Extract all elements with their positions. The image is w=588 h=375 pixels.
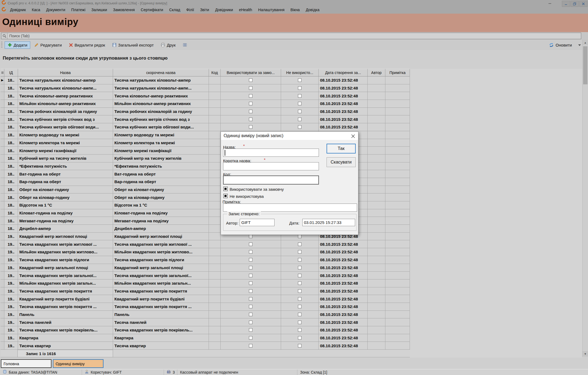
table-row[interactable]: ▶ 18.. Тисяча натуральних кіловольт-ампе… bbox=[1, 76, 410, 84]
search-input[interactable] bbox=[8, 34, 581, 38]
use-default-checkbox[interactable] bbox=[249, 110, 252, 113]
menu-item[interactable]: Склад bbox=[166, 7, 183, 13]
tab-units[interactable]: Одиниці виміру bbox=[53, 359, 103, 368]
scrollbar-thumb[interactable] bbox=[583, 46, 587, 84]
not-used-checkbox[interactable] bbox=[298, 258, 301, 262]
column-settings-button[interactable] bbox=[180, 41, 190, 48]
use-default-checkbox[interactable] bbox=[249, 94, 252, 98]
not-used-checkbox[interactable] bbox=[298, 266, 301, 269]
menu-item[interactable]: Звіти bbox=[197, 7, 212, 13]
not-used-checkbox[interactable] bbox=[298, 250, 301, 254]
not-used-checkbox[interactable] bbox=[298, 78, 301, 82]
menu-item[interactable]: Довідник bbox=[7, 7, 29, 13]
header-note[interactable]: Примітка bbox=[385, 69, 410, 76]
not-used-checkbox[interactable] bbox=[298, 289, 301, 293]
use-default-checkbox[interactable] bbox=[249, 281, 252, 285]
export-button[interactable]: Загальний експорт bbox=[109, 41, 157, 49]
menu-item[interactable]: Філії bbox=[183, 7, 197, 13]
not-used-checkbox[interactable] bbox=[298, 336, 301, 340]
mdi-minimize-button[interactable] bbox=[562, 1, 570, 7]
use-default-checkbox[interactable] bbox=[249, 125, 252, 129]
table-row[interactable]: 19.. Тисяча квадратних метрів житлової .… bbox=[1, 240, 410, 248]
search-box[interactable] bbox=[1, 33, 581, 39]
print-button[interactable]: Друк bbox=[158, 41, 178, 49]
note-input[interactable] bbox=[223, 204, 357, 212]
not-used-checkbox[interactable] bbox=[298, 321, 301, 324]
menu-item[interactable]: Налаштування bbox=[255, 7, 288, 13]
use-default-checkbox[interactable] bbox=[249, 250, 252, 254]
header-name[interactable]: Назва bbox=[18, 69, 113, 76]
use-default-checkbox[interactable] bbox=[249, 86, 252, 90]
table-row[interactable]: 18.. Тисяча кіловольт-ампер реактивних Т… bbox=[1, 92, 410, 100]
scroll-down-arrow[interactable]: ▼ bbox=[583, 351, 588, 356]
table-row[interactable]: 19.. Тисяча квадратних метрів покриття Т… bbox=[1, 287, 410, 295]
use-default-checkbox[interactable] bbox=[249, 289, 252, 293]
use-default-checkbox[interactable] bbox=[249, 78, 252, 82]
table-row[interactable]: 19.. Мільйон квадратних метрів житлово..… bbox=[1, 248, 410, 256]
use-default-checkbox[interactable] bbox=[249, 344, 252, 348]
tab-home[interactable]: Головна bbox=[1, 359, 51, 368]
ok-button[interactable]: Так bbox=[327, 144, 356, 153]
vertical-scrollbar[interactable]: ▲ ▼ bbox=[582, 40, 588, 357]
use-default-checkbox[interactable] bbox=[249, 313, 252, 316]
table-row[interactable]: 18.. Тисяча робочих кілокалорій за годин… bbox=[1, 108, 410, 116]
use-default-checkbox[interactable] bbox=[249, 242, 252, 246]
use-default-checkbox[interactable] bbox=[249, 297, 252, 301]
use-default-checkbox[interactable] bbox=[249, 328, 252, 332]
table-row[interactable]: 19.. Мільйон квадратних метрів загальн..… bbox=[1, 279, 410, 287]
not-used-checkbox[interactable] bbox=[298, 235, 301, 238]
table-row[interactable]: 19.. Тисяча квадратних метрів покрівель.… bbox=[1, 326, 410, 334]
table-row[interactable]: 19.. Квартира Квартира 08.10.2015 23:52:… bbox=[1, 334, 410, 342]
table-row[interactable]: 19.. Панель Панель 08.10.2015 23:52:48 bbox=[1, 311, 410, 319]
not-used-checkbox[interactable] bbox=[298, 118, 301, 121]
edit-button[interactable]: Редагувати bbox=[31, 41, 65, 49]
not-used-checkbox[interactable] bbox=[298, 242, 301, 246]
menu-item[interactable]: eHealth bbox=[236, 7, 255, 13]
not-used-checkbox[interactable] bbox=[298, 344, 301, 348]
use-default-dialog-checkbox[interactable] bbox=[223, 187, 228, 191]
menu-item[interactable]: Залишки bbox=[89, 7, 110, 13]
table-row[interactable]: 19.. Тисяча панелей Тисяча панелей 08.10… bbox=[1, 318, 410, 326]
not-used-checkbox[interactable] bbox=[298, 328, 301, 332]
header-not-used[interactable]: Не використо... bbox=[281, 69, 319, 76]
use-default-checkbox[interactable] bbox=[249, 305, 252, 308]
menu-item[interactable]: Замовлення bbox=[110, 7, 138, 13]
menu-item[interactable]: Платежі bbox=[68, 7, 89, 13]
short-name-input[interactable] bbox=[223, 162, 319, 170]
not-used-checkbox[interactable] bbox=[298, 274, 301, 277]
minimize-button[interactable] bbox=[544, 0, 555, 6]
menu-item[interactable]: Каса bbox=[29, 7, 43, 13]
table-row[interactable]: 19.. Квадратний метр покриття будівлі Кв… bbox=[1, 295, 410, 303]
table-row[interactable]: 18.. Тисяча кубічних метрів обігової вод… bbox=[1, 123, 410, 131]
dialog-close-icon[interactable] bbox=[351, 134, 355, 139]
not-used-checkbox[interactable] bbox=[298, 305, 301, 308]
mdi-restore-button[interactable] bbox=[571, 1, 579, 7]
not-used-checkbox[interactable] bbox=[298, 313, 301, 316]
date-input[interactable] bbox=[302, 219, 355, 226]
mdi-close-button[interactable] bbox=[579, 1, 587, 7]
not-used-dialog-checkbox[interactable] bbox=[223, 194, 228, 198]
use-default-checkbox[interactable] bbox=[249, 102, 252, 105]
refresh-dropdown-arrow-icon[interactable] bbox=[578, 44, 581, 46]
not-used-checkbox[interactable] bbox=[298, 281, 301, 285]
table-row[interactable]: 19.. Тисяча квадратних метрів покриття .… bbox=[1, 303, 410, 311]
menu-item[interactable]: Документи bbox=[43, 7, 68, 13]
not-used-checkbox[interactable] bbox=[298, 297, 301, 301]
use-default-checkbox[interactable] bbox=[249, 336, 252, 340]
table-row[interactable]: 18.. Мільйон кіловольт-ампер реактивних … bbox=[1, 100, 410, 108]
table-row[interactable]: 19.. Тисяча квадратних метрів загальної.… bbox=[1, 272, 410, 279]
header-created[interactable]: Дата створення за... bbox=[319, 69, 368, 76]
author-input[interactable] bbox=[240, 219, 275, 226]
table-row[interactable]: 19.. Тисяча квадратних метрів підлоги Ти… bbox=[1, 256, 410, 264]
table-row[interactable]: 18.. Тисяча кубічних метрів стічних вод … bbox=[1, 115, 410, 123]
add-button[interactable]: Додати bbox=[5, 41, 30, 49]
dialog-title-bar[interactable]: Одиниці виміру (новий запис) bbox=[221, 132, 358, 140]
table-row[interactable]: 18.. Тисяча натуральних кіловольт-ампе..… bbox=[1, 84, 410, 92]
menu-item[interactable]: Довідники bbox=[212, 7, 236, 13]
table-row[interactable]: 19.. Тисяча квартир Тисяча квартир 08.10… bbox=[1, 342, 410, 350]
table-row[interactable]: 19.. Квадратний метр загальної площі Ква… bbox=[1, 264, 410, 272]
use-default-checkbox[interactable] bbox=[249, 274, 252, 277]
cancel-button[interactable]: Скасувати bbox=[327, 157, 356, 167]
use-default-checkbox[interactable] bbox=[249, 321, 252, 324]
not-used-checkbox[interactable] bbox=[298, 102, 301, 105]
